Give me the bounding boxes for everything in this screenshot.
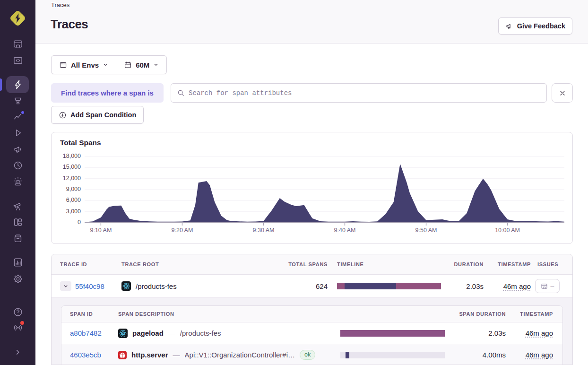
- sidebar: [0, 0, 35, 365]
- sidebar-item-issues[interactable]: [12, 38, 24, 50]
- span-table: SPAN ID SPAN DESCRIPTION SPAN DURATION T…: [61, 305, 563, 365]
- clock-icon: [13, 160, 23, 171]
- environment-filter-label: All Envs: [71, 61, 99, 69]
- ruby-platform-icon: [118, 351, 127, 359]
- react-platform-icon: [118, 329, 128, 338]
- separator: —: [173, 351, 180, 359]
- col-span-id: SPAN ID: [70, 311, 118, 317]
- sidebar-item-help[interactable]: [12, 306, 24, 318]
- give-feedback-button[interactable]: Give Feedback: [498, 17, 572, 35]
- area-chart-plot: [85, 156, 564, 226]
- megaphone-icon: [505, 22, 513, 30]
- archive-box-icon: [13, 233, 23, 243]
- sidebar-item-releases[interactable]: [12, 233, 24, 244]
- trace-expand-toggle[interactable]: [60, 281, 71, 291]
- span-op: http.server: [131, 351, 168, 359]
- span-timestamp[interactable]: 46m ago: [526, 351, 553, 359]
- sidebar-item-profiling[interactable]: [12, 95, 24, 106]
- col-span-timestamp: TIMESTAMP: [506, 311, 553, 317]
- x-axis-tick-label: 9:50 AM: [403, 227, 450, 234]
- sidebar-item-discover[interactable]: [12, 200, 24, 212]
- add-span-condition-label: Add Span Condition: [70, 111, 136, 119]
- clear-search-button[interactable]: [552, 83, 573, 103]
- sidebar-item-settings[interactable]: [12, 273, 24, 285]
- search-icon: [177, 89, 185, 97]
- trace-table: TRACE ID TRACE ROOT TOTAL SPANS TIMELINE…: [51, 254, 573, 365]
- sidebar-item-dashboards[interactable]: [12, 217, 24, 228]
- page-filter-bar: All Envs 60M: [51, 55, 167, 74]
- trace-table-header: TRACE ID TRACE ROOT TOTAL SPANS TIMELINE…: [52, 254, 572, 275]
- span-search-input[interactable]: [189, 89, 541, 97]
- calendar-icon: [124, 61, 132, 69]
- col-timestamp: TIMESTAMP: [484, 261, 531, 267]
- col-trace-root: TRACE ROOT: [121, 261, 257, 267]
- col-issues: ISSUES: [531, 261, 564, 267]
- y-axis-tick-label: 18,000: [52, 153, 81, 159]
- trace-total-spans: 624: [257, 282, 328, 290]
- span-description: /products-fes: [180, 329, 221, 337]
- date-range-filter[interactable]: 60M: [116, 56, 166, 74]
- trace-timestamp[interactable]: 46m ago: [503, 282, 531, 290]
- span-duration: 2.03s: [454, 329, 506, 337]
- total-spans-chart-card: Total Spans 03,0006,0009,00012,00015,000…: [51, 132, 573, 244]
- span-duration-bar: [340, 352, 445, 358]
- gear-icon: [13, 274, 23, 284]
- span-query-row: Find traces where a span is: [51, 83, 573, 103]
- trace-issues-count: –: [551, 282, 554, 290]
- page-title: Traces: [51, 17, 88, 32]
- col-timeline: TIMELINE: [328, 261, 441, 267]
- sidebar-item-projects[interactable]: [12, 55, 24, 66]
- chevron-right-icon: [13, 347, 23, 357]
- window-icon: [59, 61, 67, 69]
- active-item-indicator: [0, 78, 2, 91]
- give-feedback-label: Give Feedback: [517, 22, 565, 30]
- span-status-badge: ok: [300, 350, 315, 360]
- trace-issues-button[interactable]: –: [535, 279, 560, 293]
- trace-timeline-bar: [337, 283, 441, 289]
- sentry-logo-icon[interactable]: [9, 9, 27, 27]
- folder-code-icon: [13, 55, 23, 66]
- x-axis-tick-label: 9:40 AM: [321, 227, 369, 234]
- sidebar-item-replays[interactable]: [12, 127, 24, 139]
- y-axis-tick-label: 6,000: [52, 197, 81, 203]
- trace-expanded-panel: SPAN ID SPAN DESCRIPTION SPAN DURATION T…: [52, 298, 572, 365]
- add-span-condition-button[interactable]: Add Span Condition: [51, 106, 144, 124]
- sidebar-item-user-feedback[interactable]: [12, 144, 24, 155]
- breadcrumb[interactable]: Traces: [51, 1, 69, 9]
- span-timestamp[interactable]: 46m ago: [526, 329, 553, 337]
- span-description: Api::V1::OrganizationController#i…: [185, 351, 295, 359]
- span-row: a80b7482 pageload — /products-fes 2.03s …: [61, 322, 562, 344]
- y-axis-tick-label: 9,000: [52, 186, 81, 192]
- x-axis-tick-label: 9:10 AM: [77, 227, 124, 234]
- trace-root-name: /products-fes: [136, 282, 177, 290]
- sidebar-item-crons[interactable]: [12, 160, 24, 171]
- span-search-box: [171, 83, 547, 103]
- span-op: pageload: [132, 329, 164, 337]
- col-trace-id: TRACE ID: [60, 261, 121, 267]
- sidebar-collapse-button[interactable]: [12, 347, 24, 358]
- total-spans-chart: 03,0006,0009,00012,00015,00018,0009:10 A…: [52, 132, 572, 243]
- sidebar-item-alerts[interactable]: [12, 176, 24, 187]
- close-icon: [559, 89, 566, 97]
- x-axis-tick-label: 9:20 AM: [158, 227, 206, 234]
- x-axis-tick-label: 9:30 AM: [240, 227, 287, 234]
- dashboard-grid-icon: [13, 217, 23, 227]
- y-axis-tick-label: 0: [52, 219, 81, 226]
- span-id-link[interactable]: a80b7482: [70, 329, 102, 337]
- chevron-down-icon: [62, 283, 69, 289]
- environment-filter[interactable]: All Envs: [52, 56, 116, 74]
- siren-icon: [13, 176, 23, 187]
- profiling-icon: [13, 96, 23, 106]
- main-content: All Envs 60M Find traces where a span is…: [35, 43, 588, 365]
- span-id-link[interactable]: 4603e5cb: [70, 351, 101, 359]
- chevron-down-icon: [103, 62, 108, 68]
- col-span-duration: SPAN DURATION: [454, 311, 506, 317]
- sidebar-item-performance[interactable]: [12, 79, 24, 90]
- inbox-icon: [13, 39, 23, 49]
- trace-id-link[interactable]: 55f40c98: [75, 282, 104, 290]
- find-traces-label: Find traces where a span is: [51, 83, 164, 103]
- chevron-down-icon: [153, 62, 159, 68]
- sidebar-item-stats[interactable]: [12, 257, 24, 268]
- span-row: 4603e5cb http.server — Api::V1::Organiza…: [61, 344, 562, 365]
- help-icon: [13, 307, 23, 317]
